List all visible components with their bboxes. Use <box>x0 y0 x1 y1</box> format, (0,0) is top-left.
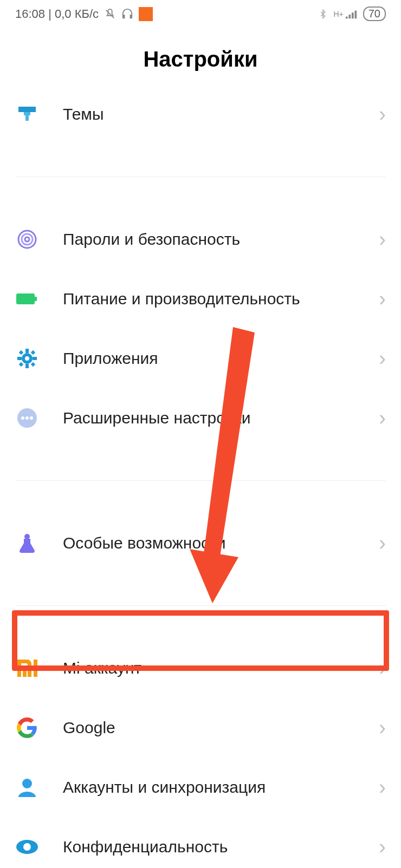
item-advanced-settings[interactable]: Расширенные настройки › <box>0 388 401 448</box>
page-title: Настройки <box>0 25 401 84</box>
item-label: Особые возможности <box>63 534 379 552</box>
svg-rect-2 <box>352 12 354 18</box>
fingerprint-icon <box>15 227 39 251</box>
svg-point-8 <box>22 234 33 245</box>
chevron-right-icon: › <box>379 103 386 126</box>
google-logo-icon <box>15 716 39 740</box>
status-time: 16:08 | 0,0 КБ/с <box>15 7 99 21</box>
chevron-right-icon: › <box>379 776 386 799</box>
svg-point-25 <box>24 534 30 539</box>
svg-rect-4 <box>18 107 36 112</box>
item-privacy[interactable]: Конфиденциальность › <box>0 817 401 868</box>
svg-rect-15 <box>17 357 22 360</box>
item-label: Аккаунты и синхронизация <box>63 778 379 797</box>
chevron-right-icon: › <box>379 532 386 555</box>
chevron-right-icon: › <box>379 228 386 251</box>
chevron-right-icon: › <box>379 407 386 430</box>
themes-icon <box>15 102 39 126</box>
settings-gear-icon <box>15 347 39 370</box>
svg-rect-14 <box>25 364 29 368</box>
svg-rect-17 <box>19 350 23 355</box>
battery-indicator: 70 <box>363 6 386 21</box>
item-battery-performance[interactable]: Питание и производительность › <box>0 269 401 329</box>
chevron-right-icon: › <box>379 836 386 859</box>
mi-logo-icon <box>15 656 39 680</box>
svg-point-24 <box>30 416 33 420</box>
item-passwords-security[interactable]: Пароли и безопасность › <box>0 210 401 269</box>
eye-icon <box>15 835 39 859</box>
item-label: Расширенные настройки <box>63 409 379 427</box>
item-label: Mi аккаунт <box>63 659 379 677</box>
network-h-plus-icon: H+ <box>333 10 343 18</box>
item-label: Пароли и безопасность <box>63 230 379 249</box>
svg-point-28 <box>23 843 31 851</box>
svg-rect-1 <box>348 14 351 18</box>
svg-rect-16 <box>33 357 37 360</box>
svg-rect-5 <box>24 112 30 115</box>
svg-point-9 <box>25 237 29 242</box>
signal-icon <box>346 9 358 19</box>
status-left: 16:08 | 0,0 КБ/с <box>15 7 153 21</box>
svg-rect-20 <box>31 362 35 367</box>
svg-rect-0 <box>346 16 348 18</box>
chevron-right-icon: › <box>379 657 386 680</box>
svg-rect-18 <box>31 350 35 355</box>
item-mi-account[interactable]: Mi аккаунт › <box>0 638 401 698</box>
item-label: Питание и производительность <box>63 290 379 308</box>
svg-rect-10 <box>16 293 35 304</box>
item-accounts-sync[interactable]: Аккаунты и синхронизация › <box>0 758 401 817</box>
item-apps[interactable]: Приложения › <box>0 329 401 388</box>
status-right: H+ 70 <box>318 6 386 21</box>
item-google[interactable]: Google › <box>0 698 401 758</box>
settings-list: Темы › Пароли и безопасность › Питание и… <box>0 84 401 868</box>
mi-app-icon <box>139 7 153 21</box>
svg-rect-13 <box>25 349 29 353</box>
svg-point-12 <box>23 355 31 362</box>
headphones-icon <box>121 8 133 20</box>
battery-icon <box>15 287 39 311</box>
chevron-right-icon: › <box>379 716 386 740</box>
svg-point-23 <box>25 416 29 420</box>
chevron-right-icon: › <box>379 347 386 370</box>
item-accessibility[interactable]: Особые возможности › <box>0 513 401 573</box>
user-icon <box>15 775 39 799</box>
bluetooth-icon <box>318 8 328 20</box>
more-icon <box>15 406 39 430</box>
mute-icon <box>104 8 116 20</box>
svg-rect-3 <box>354 10 357 18</box>
item-themes[interactable]: Темы › <box>0 84 401 144</box>
chevron-right-icon: › <box>379 288 386 311</box>
item-label: Темы <box>63 105 379 123</box>
svg-point-26 <box>22 779 32 788</box>
svg-point-22 <box>21 416 24 420</box>
flask-icon <box>15 531 39 555</box>
svg-rect-19 <box>19 362 23 367</box>
item-label: Приложения <box>63 349 379 368</box>
svg-rect-11 <box>35 297 37 301</box>
item-label: Google <box>63 719 379 737</box>
status-bar: 16:08 | 0,0 КБ/с H+ 70 <box>0 0 401 25</box>
item-label: Конфиденциальность <box>63 838 379 856</box>
svg-rect-6 <box>25 115 29 121</box>
